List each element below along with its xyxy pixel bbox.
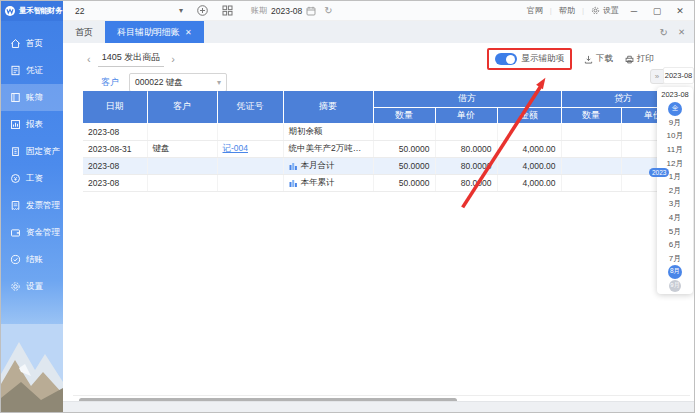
- sub-column-header[interactable]: 单价: [435, 107, 497, 123]
- current-account[interactable]: 1405 发出商品: [98, 51, 165, 67]
- table-row[interactable]: 2023-08本月合计50.000080.00004,000.00: [83, 157, 685, 174]
- ledger-icon: [10, 92, 21, 103]
- sidebar-item-fixed-asset[interactable]: 固定资产: [1, 138, 63, 165]
- cell-credit-qty: [561, 157, 621, 174]
- help-link[interactable]: 帮助: [559, 5, 575, 16]
- salary-icon: [10, 173, 21, 184]
- mountain-photo: [1, 324, 63, 412]
- cell-debit-amount: 4,000.00: [497, 140, 561, 157]
- tab-1[interactable]: 科目辅助明细账✕: [105, 21, 204, 43]
- sidebar-item-label: 资金管理: [26, 227, 60, 239]
- sidebar-item-settings[interactable]: 设置: [1, 273, 63, 300]
- sidebar-item-voucher[interactable]: 凭证: [1, 57, 63, 84]
- table-row[interactable]: 2023-08本年累计50.000080.00004,000.00: [83, 174, 685, 191]
- sidebar-menu: 首页凭证账簿报表固定资产工资发票管理资金管理结账设置: [1, 21, 63, 300]
- sidebar-item-home[interactable]: 首页: [1, 30, 63, 57]
- next-account-icon[interactable]: ›: [171, 53, 175, 65]
- period-month-item[interactable]: 2月: [657, 184, 693, 198]
- print-button[interactable]: 打印: [625, 53, 654, 65]
- refresh-tab-icon[interactable]: ↻: [659, 27, 667, 38]
- debit-group-header: 借方: [373, 91, 561, 107]
- refresh-icon[interactable]: ↻: [324, 5, 332, 16]
- sub-column-header[interactable]: 数量: [561, 107, 621, 123]
- printer-icon: [625, 55, 634, 64]
- app-logo: 量禾智能财务: [1, 1, 63, 21]
- period-month-item[interactable]: 9月: [657, 116, 693, 130]
- sub-column-header[interactable]: 数量: [373, 107, 435, 123]
- cell-debit-amount: 4,000.00: [497, 174, 561, 191]
- column-header[interactable]: 凭证号: [217, 91, 283, 123]
- cell-customer: 键盘: [147, 140, 217, 157]
- sub-column-header[interactable]: 金额: [497, 107, 561, 123]
- account-set-select[interactable]: 22 ▾: [75, 6, 183, 16]
- cell-credit-qty: [561, 174, 621, 191]
- table-row[interactable]: 2023-08期初余额: [83, 123, 685, 140]
- sidebar-item-closing[interactable]: 结账: [1, 246, 63, 273]
- period-month-item[interactable]: 9月: [657, 279, 693, 293]
- sidebar-item-invoice[interactable]: 发票管理: [1, 192, 63, 219]
- sidebar-item-salary[interactable]: 工资: [1, 165, 63, 192]
- sidebar-item-label: 固定资产: [26, 146, 60, 158]
- selected-period-badge: 全: [668, 102, 682, 116]
- cell-debit-price: 80.0000: [435, 157, 497, 174]
- minimize-button[interactable]: ─: [626, 6, 642, 16]
- show-auxiliary-label: 显示辅助项: [522, 53, 565, 65]
- maximize-button[interactable]: ▢: [649, 6, 665, 16]
- title-bar: 22 ▾ 账期 2023-08 ↻ 官网 | 帮助 | 设置 ─ ▢ ✕: [63, 1, 694, 21]
- sidebar-item-ledger[interactable]: 账簿: [1, 84, 63, 111]
- report-icon: [10, 119, 21, 130]
- prev-account-icon[interactable]: ‹: [87, 53, 91, 65]
- period-value[interactable]: 2023-08: [271, 6, 302, 16]
- download-button[interactable]: 下载: [584, 53, 613, 65]
- table-row[interactable]: 2023-08-31键盘记-004统中美年产2万吨MEA及中间体建设项目103车…: [83, 140, 685, 157]
- add-account-set-button[interactable]: [197, 5, 208, 16]
- home-icon: [10, 38, 21, 49]
- cell-voucher: 记-004: [217, 140, 283, 157]
- official-site-link[interactable]: 官网: [527, 5, 543, 16]
- close-tabs-icon[interactable]: ✕: [678, 27, 685, 37]
- main-content: ‹ 1405 发出商品 › 客户 000022 键盘 ▾ 显示辅助项 下载 打印: [63, 43, 694, 403]
- toggle-knob: [506, 55, 515, 64]
- period-month-item[interactable]: 4月: [657, 211, 693, 225]
- cell-date: 2023-08-31: [83, 140, 147, 157]
- period-month-item[interactable]: 6月: [657, 238, 693, 252]
- close-window-button[interactable]: ✕: [672, 6, 688, 16]
- column-header[interactable]: 日期: [83, 91, 147, 123]
- close-tab-icon[interactable]: ✕: [185, 28, 192, 37]
- column-header[interactable]: 摘要: [283, 91, 373, 123]
- period-month-item[interactable]: 11月: [657, 143, 693, 157]
- collapse-panel-button[interactable]: »: [650, 69, 664, 84]
- app-title: 量禾智能财务: [19, 6, 62, 16]
- tab-label: 科目辅助明细账: [117, 26, 180, 39]
- period-month-item[interactable]: 3月: [657, 197, 693, 211]
- cell-debit-qty: [373, 123, 435, 140]
- sidebar-item-label: 账簿: [26, 92, 43, 104]
- chevron-down-icon: ▾: [179, 6, 183, 15]
- tab-0[interactable]: 首页: [63, 21, 105, 43]
- sidebar-item-label: 发票管理: [26, 200, 60, 212]
- period-month-item[interactable]: 7月: [657, 252, 693, 266]
- sidebar-item-report[interactable]: 报表: [1, 111, 63, 138]
- column-header[interactable]: 客户: [147, 91, 217, 123]
- cell-date: 2023-08: [83, 157, 147, 174]
- cell-debit-qty: 50.0000: [373, 157, 435, 174]
- voucher-icon: [10, 65, 21, 76]
- apps-grid-button[interactable]: [222, 5, 233, 16]
- period-month-item[interactable]: 10月: [657, 129, 693, 143]
- invoice-icon: [10, 200, 21, 211]
- sidebar-item-label: 设置: [26, 281, 43, 293]
- customer-select[interactable]: 000022 键盘 ▾: [129, 73, 227, 92]
- cell-voucher: [217, 123, 283, 140]
- period-month-item[interactable]: 8月: [657, 265, 693, 279]
- calendar-icon[interactable]: [306, 6, 316, 16]
- sidebar-item-funds[interactable]: 资金管理: [1, 219, 63, 246]
- period-field[interactable]: 2023-08: [663, 67, 694, 84]
- period-month-item[interactable]: 全: [657, 102, 693, 116]
- cell-date: 2023-08: [83, 123, 147, 140]
- period-month-item[interactable]: 5月: [657, 224, 693, 238]
- voucher-link[interactable]: 记-004: [223, 143, 249, 153]
- settings-link[interactable]: 设置: [603, 5, 619, 16]
- closing-icon: [10, 254, 21, 265]
- sidebar: 量禾智能财务 首页凭证账簿报表固定资产工资发票管理资金管理结账设置: [1, 1, 63, 412]
- show-auxiliary-toggle[interactable]: [495, 53, 517, 65]
